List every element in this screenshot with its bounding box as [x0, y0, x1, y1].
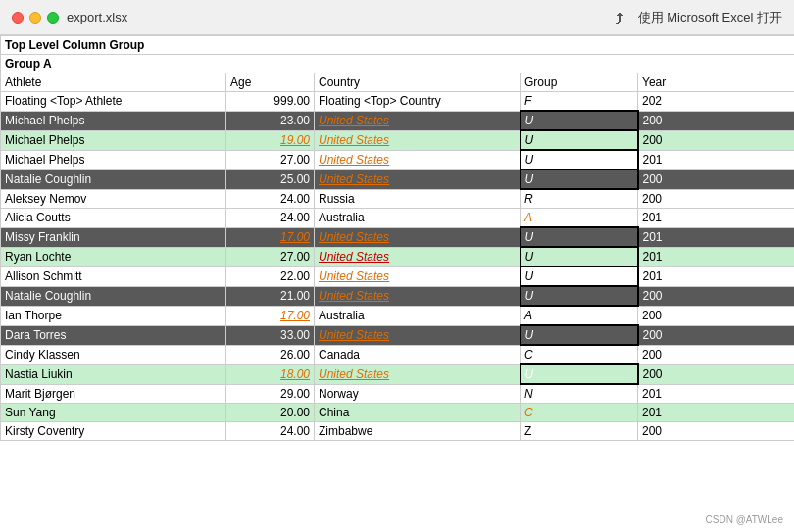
cell-year: 200: [638, 345, 795, 364]
cell-year: 200: [638, 169, 795, 189]
table-row: Kirsty Coventry 24.00 Zimbabwe Z 200: [1, 422, 795, 441]
cell-country[interactable]: United States: [315, 266, 521, 286]
cell-age: 17.00: [226, 227, 315, 247]
cell-athlete: Missy Franklin: [1, 227, 226, 247]
cell-age: 27.00: [226, 247, 315, 266]
cell-age: 17.00: [226, 306, 315, 325]
cell-country[interactable]: United States: [315, 150, 521, 169]
minimize-button[interactable]: [29, 12, 41, 24]
floating-age: 999.00: [226, 92, 315, 112]
table-row: Marit Bjørgen 29.00 Norway N 201: [1, 384, 795, 404]
table-row: Missy Franklin 17.00 United States U 201: [1, 227, 795, 247]
cell-year: 200: [638, 306, 795, 325]
cell-country[interactable]: United States: [315, 247, 521, 266]
group-val: U: [525, 172, 534, 186]
cell-year: 200: [638, 111, 795, 130]
floating-country: Floating <Top> Country: [315, 92, 521, 112]
top-level-header-cell: Top Level Column Group: [1, 36, 795, 55]
cell-age: 22.00: [226, 266, 315, 286]
cell-athlete: Dara Torres: [1, 325, 226, 345]
share-icon[interactable]: ⮭: [613, 9, 628, 26]
close-button[interactable]: [12, 12, 24, 24]
cell-group: U: [521, 325, 638, 345]
cell-age: 18.00: [226, 364, 315, 384]
table-row: Sun Yang 20.00 China C 201: [1, 404, 795, 422]
country-link[interactable]: United States: [319, 269, 389, 283]
cell-country: Australia: [315, 306, 521, 325]
col-header-age: Age: [226, 73, 315, 92]
open-in-excel-button[interactable]: 使用 Microsoft Excel 打开: [638, 9, 782, 26]
cell-age: 21.00: [226, 286, 315, 306]
group-val: U: [525, 114, 534, 127]
cell-year: 200: [638, 325, 795, 345]
cell-athlete: Ian Thorpe: [1, 306, 226, 325]
cell-country: Zimbabwe: [315, 422, 521, 441]
table-row: Cindy Klassen 26.00 Canada C 200: [1, 345, 795, 364]
group-val: U: [525, 230, 534, 244]
cell-group: A: [521, 306, 638, 325]
country-link[interactable]: United States: [319, 250, 389, 264]
col-header-country: Country: [315, 73, 521, 92]
traffic-lights: [12, 12, 59, 24]
filename-label: export.xlsx: [67, 10, 127, 24]
cell-country[interactable]: United States: [315, 130, 521, 150]
country-link[interactable]: United States: [319, 153, 389, 167]
titlebar: export.xlsx ⮭ 使用 Microsoft Excel 打开: [0, 0, 794, 35]
col-header-group: Group: [521, 73, 638, 92]
cell-year: 201: [638, 150, 795, 169]
cell-group: U: [521, 130, 638, 150]
cell-age: 24.00: [226, 422, 315, 441]
country-link[interactable]: United States: [319, 230, 389, 244]
age-link[interactable]: 17.00: [280, 309, 310, 322]
cell-country[interactable]: United States: [315, 169, 521, 189]
cell-age: 33.00: [226, 325, 315, 345]
age-link[interactable]: 19.00: [280, 133, 310, 147]
table-row: Ryan Lochte 27.00 United States U 201: [1, 247, 795, 266]
cell-athlete: Natalie Coughlin: [1, 286, 226, 306]
column-header-row: Athlete Age Country Group Year: [1, 73, 795, 92]
group-val: U: [525, 133, 534, 147]
group-a-row: Group A: [1, 55, 795, 73]
floating-athlete: Floating <Top> Athlete: [1, 92, 226, 112]
country-link[interactable]: United States: [319, 172, 389, 186]
cell-country[interactable]: United States: [315, 227, 521, 247]
country-link[interactable]: United States: [319, 114, 389, 127]
top-level-header-row: Top Level Column Group: [1, 36, 795, 55]
col-header-year: Year: [638, 73, 795, 92]
cell-country: China: [315, 404, 521, 422]
cell-age: 25.00: [226, 169, 315, 189]
country-link[interactable]: United States: [319, 289, 389, 303]
floating-group: F: [521, 92, 638, 112]
cell-athlete: Alicia Coutts: [1, 209, 226, 228]
country-link[interactable]: United States: [319, 367, 389, 381]
cell-group: U: [521, 286, 638, 306]
cell-athlete: Michael Phelps: [1, 130, 226, 150]
spreadsheet: Top Level Column Group Group A Athlete A…: [0, 35, 794, 532]
cell-group: R: [521, 189, 638, 209]
cell-athlete: Sun Yang: [1, 404, 226, 422]
table-row: Michael Phelps 19.00 United States U 200: [1, 130, 795, 150]
cell-year: 201: [638, 384, 795, 404]
cell-age: 26.00: [226, 345, 315, 364]
cell-country[interactable]: United States: [315, 364, 521, 384]
table-row: Alicia Coutts 24.00 Australia A 201: [1, 209, 795, 228]
cell-country[interactable]: United States: [315, 111, 521, 130]
floating-group-val: F: [524, 94, 531, 108]
watermark-label: CSDN @ATWLee: [703, 513, 786, 526]
cell-year: 200: [638, 364, 795, 384]
cell-year: 200: [638, 130, 795, 150]
group-val: U: [525, 250, 534, 264]
cell-country: Canada: [315, 345, 521, 364]
cell-country[interactable]: United States: [315, 286, 521, 306]
cell-group: U: [521, 169, 638, 189]
col-header-athlete: Athlete: [1, 73, 226, 92]
country-link[interactable]: United States: [319, 133, 389, 147]
cell-age: 19.00: [226, 130, 315, 150]
maximize-button[interactable]: [47, 12, 59, 24]
cell-country[interactable]: United States: [315, 325, 521, 345]
group-val: U: [525, 269, 534, 283]
table-row: Aleksey Nemov 24.00 Russia R 200: [1, 189, 795, 209]
age-link[interactable]: 18.00: [280, 367, 310, 381]
country-link[interactable]: United States: [319, 328, 389, 342]
age-link[interactable]: 17.00: [280, 230, 310, 244]
